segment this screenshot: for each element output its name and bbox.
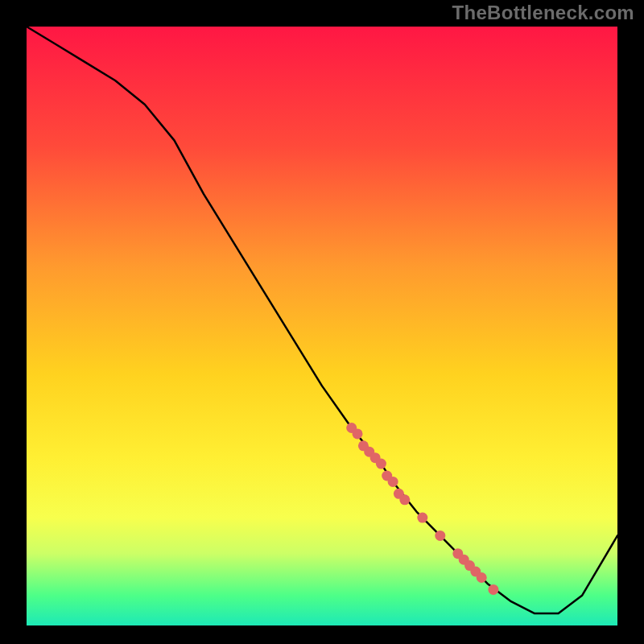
marker-dot (388, 477, 398, 487)
watermark-text: TheBottleneck.com (452, 2, 634, 24)
marker-dot (353, 428, 363, 439)
marker-dot (376, 459, 386, 469)
plot-background (27, 27, 617, 625)
chart-container: TheBottleneck.com (0, 0, 644, 644)
plot-area (27, 27, 617, 625)
marker-dot (488, 584, 498, 595)
marker-dot (435, 530, 445, 541)
marker-dot (399, 494, 410, 505)
marker-dot (477, 572, 487, 583)
chart-svg (0, 0, 644, 644)
marker-dot (417, 513, 427, 523)
